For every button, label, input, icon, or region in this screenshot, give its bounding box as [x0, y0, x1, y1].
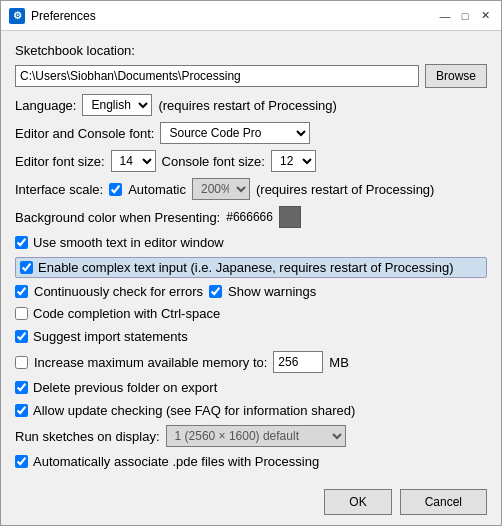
cancel-button[interactable]: Cancel: [400, 489, 487, 515]
suggest-imports-checkbox[interactable]: [15, 330, 28, 343]
app-icon: ⚙: [9, 8, 25, 24]
code-completion-checkbox[interactable]: [15, 307, 28, 320]
sketchbook-path-input[interactable]: [15, 65, 419, 87]
delete-previous-label: Delete previous folder on export: [33, 380, 217, 395]
ok-cancel-row: OK Cancel: [1, 483, 501, 525]
main-content: Sketchbook location: Browse Language: En…: [1, 31, 501, 479]
code-completion-label: Code completion with Ctrl-space: [33, 306, 220, 321]
complex-text-checkbox[interactable]: [20, 261, 33, 274]
more-prefs-text: More preferences can be edited directly …: [15, 478, 258, 479]
complex-text-row: Enable complex text input (i.e. Japanese…: [15, 257, 487, 278]
editor-font-select[interactable]: Source Code Pro: [160, 122, 310, 144]
smooth-text-row: Use smooth text in editor window: [15, 234, 487, 251]
memory-unit: MB: [329, 355, 349, 370]
show-warnings-label: Show warnings: [228, 284, 316, 299]
associate-pde-label: Automatically associate .pde files with …: [33, 454, 319, 469]
delete-previous-checkbox[interactable]: [15, 381, 28, 394]
errors-warnings-row: Continuously check for errors Show warni…: [15, 284, 487, 299]
editor-font-row: Editor and Console font: Source Code Pro: [15, 122, 487, 144]
sketchbook-label: Sketchbook location:: [15, 43, 135, 58]
code-completion-row: Code completion with Ctrl-space: [15, 305, 487, 322]
window-controls: — □ ✕: [437, 8, 493, 24]
allow-update-checkbox[interactable]: [15, 404, 28, 417]
background-color-row: Background color when Presenting: #66666…: [15, 206, 487, 228]
check-errors-label: Continuously check for errors: [34, 284, 203, 299]
editor-size-label: Editor font size:: [15, 154, 105, 169]
sketchbook-path-row: Browse: [15, 64, 487, 88]
associate-pde-row: Automatically associate .pde files with …: [15, 453, 487, 470]
window-title: Preferences: [31, 9, 437, 23]
editor-size-select[interactable]: 14: [111, 150, 156, 172]
preferences-window: ⚙ Preferences — □ ✕ Sketchbook location:…: [0, 0, 502, 526]
language-row: Language: English (requires restart of P…: [15, 94, 487, 116]
title-bar: ⚙ Preferences — □ ✕: [1, 1, 501, 31]
increase-memory-checkbox[interactable]: [15, 356, 28, 369]
smooth-text-label: Use smooth text in editor window: [33, 235, 224, 250]
color-swatch[interactable]: [279, 206, 301, 228]
language-note: (requires restart of Processing): [158, 98, 336, 113]
interface-scale-label: Interface scale:: [15, 182, 103, 197]
allow-update-label: Allow update checking (see FAQ for infor…: [33, 403, 355, 418]
interface-scale-checkbox[interactable]: [109, 183, 122, 196]
close-button[interactable]: ✕: [477, 8, 493, 24]
run-sketches-row: Run sketches on display: 1 (2560 × 1600)…: [15, 425, 487, 447]
increase-memory-label: Increase maximum available memory to:: [34, 355, 267, 370]
show-warnings-checkbox[interactable]: [209, 285, 222, 298]
language-label: Language:: [15, 98, 76, 113]
console-size-select[interactable]: 12: [271, 150, 316, 172]
font-size-row: Editor font size: 14 Console font size: …: [15, 150, 487, 172]
delete-previous-row: Delete previous folder on export: [15, 379, 487, 396]
memory-row: Increase maximum available memory to: MB: [15, 351, 487, 373]
check-errors-checkbox[interactable]: [15, 285, 28, 298]
interface-scale-select[interactable]: 200%: [192, 178, 250, 200]
memory-value-input[interactable]: [273, 351, 323, 373]
sketchbook-row: Sketchbook location:: [15, 43, 487, 58]
run-sketches-select[interactable]: 1 (2560 × 1600) default: [166, 425, 346, 447]
maximize-button[interactable]: □: [457, 8, 473, 24]
suggest-imports-row: Suggest import statements: [15, 328, 487, 345]
interface-scale-checkbox-label: Automatic: [128, 182, 186, 197]
interface-scale-note: (requires restart of Processing): [256, 182, 434, 197]
interface-scale-row: Interface scale: Automatic 200% (require…: [15, 178, 487, 200]
suggest-imports-label: Suggest import statements: [33, 329, 188, 344]
browse-button[interactable]: Browse: [425, 64, 487, 88]
editor-font-label: Editor and Console font:: [15, 126, 154, 141]
smooth-text-checkbox[interactable]: [15, 236, 28, 249]
run-sketches-label: Run sketches on display:: [15, 429, 160, 444]
ok-button[interactable]: OK: [324, 489, 391, 515]
footer-info: More preferences can be edited directly …: [15, 478, 487, 479]
color-hash-value: #666666: [226, 210, 273, 224]
background-label: Background color when Presenting:: [15, 210, 220, 225]
complex-text-label: Enable complex text input (i.e. Japanese…: [38, 260, 454, 275]
allow-update-row: Allow update checking (see FAQ for infor…: [15, 402, 487, 419]
associate-pde-checkbox[interactable]: [15, 455, 28, 468]
console-size-label: Console font size:: [162, 154, 265, 169]
minimize-button[interactable]: —: [437, 8, 453, 24]
language-select[interactable]: English: [82, 94, 152, 116]
